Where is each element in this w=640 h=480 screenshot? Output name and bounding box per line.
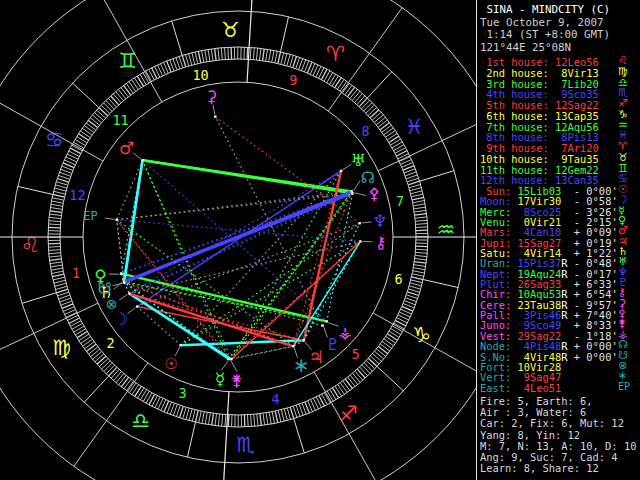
chart-wheel: ♈♉♊♋♌♍♎♏♐♑♒♓123456789101112☉☽☿♀♂♃♄♅♆♇⚷⚳⚴… [0,0,476,480]
house-number: 8 [361,123,369,139]
sidebar-divider [476,0,477,480]
planet-glyph-mars: ♂ [119,138,134,158]
planet-glyph-juno: ⚵ [231,371,243,390]
planet-glyph-merc: ☿ [215,369,225,389]
planet-glyph-vert: ∗ [293,353,310,377]
zodiac-sign-glyph: ♏ [236,433,255,457]
element-statistics: Fire: 5, Earth: 6,Air : 3, Water: 6Car: … [480,396,640,474]
planet-glyph-fort: ⊗ [106,296,118,312]
astrology-app-screen: ♈♉♊♋♌♍♎♏♐♑♒♓123456789101112☉☽☿♀♂♃♄♅♆♇⚷⚳⚴… [0,0,640,480]
chart-header: SINA - MINDCITY (C) Tue October 9, 2007 … [480,4,640,54]
planet-icon: ∗ [618,371,627,381]
chart-location: 121°44E 25°08N [480,42,640,55]
house-number: 3 [179,385,187,401]
zodiac-sign-glyph: ♉ [221,18,240,42]
stats-line: Learn: 8, Share: 12 [480,463,640,474]
house-number: 12 [69,187,85,203]
stats-line: Car: 2, Fix: 6, Mut: 12 [480,418,640,429]
house-number: 5 [351,346,359,362]
zodiac-sign-glyph: ♈ [326,42,345,66]
planet-glyph-uran: ♅ [351,150,366,170]
planet-glyph-cere: ⚳ [206,87,218,106]
chart-time: 1:14 (ST +8:00 GMT) [480,29,640,42]
house-number: 9 [289,72,297,88]
house-number: 4 [271,391,279,407]
house-number: 1 [72,265,80,281]
house-number: 6 [395,271,403,287]
zodiac-sign-glyph: ♍ [52,336,71,360]
planet-positions-list: Sun: 15Lib03 - 0°00'☉Moon: 17Vir30 - 0°5… [480,186,640,393]
house-number: 2 [106,335,114,351]
zodiac-sign-glyph: ♒ [436,218,455,242]
zodiac-sign-glyph: ♓ [405,115,424,139]
zodiac-sign-glyph: ♑ [412,323,431,347]
planet-glyph-node: ☊ [361,168,375,187]
planet-row: East: 4Leo51 EP [480,383,640,393]
planet-glyph-east: EP [83,209,97,223]
planet-glyph-vest: ⚶ [338,323,352,342]
planet-glyph-sun: ☉ [164,355,177,373]
house-cusp-list: 1st house: 12Leo56♌ 2nd house: 8Vir13♍ 3… [480,57,640,186]
house-number: 10 [192,67,208,83]
zodiac-sign-glyph: ♋ [45,128,64,152]
chart-title: SINA - MINDCITY (C) [480,4,640,17]
planet-glyph-chir: ⚷ [375,233,387,252]
zodiac-sign-glyph: ♐ [339,402,358,426]
house-number: 11 [112,112,128,128]
planet-glyph-nept: ♆ [372,211,387,231]
zodiac-sign-glyph: ♎ [131,409,150,433]
planet-glyph-jupi: ♃ [308,347,323,367]
house-number: 7 [396,193,404,209]
planet-icon: EP [618,382,630,392]
